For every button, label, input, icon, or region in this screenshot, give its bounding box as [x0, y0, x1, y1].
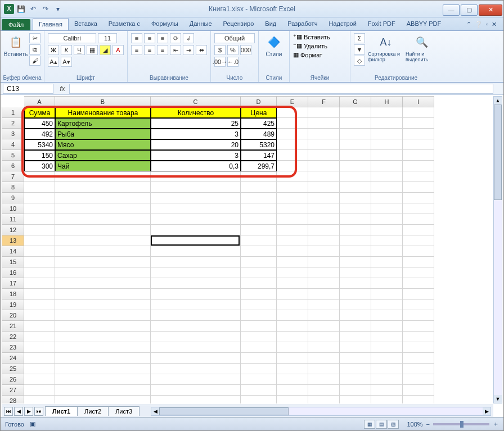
- cell[interactable]: [371, 182, 403, 193]
- cell[interactable]: Мясо: [55, 139, 151, 150]
- cell[interactable]: [241, 235, 277, 246]
- cell[interactable]: [403, 214, 434, 225]
- scroll-right-icon[interactable]: ▶: [483, 407, 490, 415]
- row-header[interactable]: 23: [2, 342, 24, 353]
- bold-button[interactable]: Ж: [48, 45, 59, 55]
- insert-cells-button[interactable]: ⁺▦: [293, 33, 302, 40]
- row-header[interactable]: 26: [2, 374, 24, 385]
- cell[interactable]: [241, 342, 277, 353]
- row-header[interactable]: 17: [2, 278, 24, 289]
- delete-cells-button[interactable]: ⁻▦: [293, 42, 302, 49]
- cell[interactable]: [24, 396, 55, 403]
- cell[interactable]: [403, 353, 434, 364]
- increase-indent-icon[interactable]: ⇥: [183, 45, 194, 55]
- view-layout-icon[interactable]: ▤: [376, 420, 387, 429]
- paste-button[interactable]: 📋 Вставить: [4, 33, 28, 81]
- vscroll-thumb[interactable]: [494, 105, 502, 200]
- align-right-icon[interactable]: ≡: [157, 45, 168, 55]
- tab-главная[interactable]: Главная: [33, 18, 69, 30]
- cell[interactable]: [403, 171, 434, 182]
- cell[interactable]: [403, 139, 434, 150]
- cell[interactable]: [340, 289, 371, 300]
- horizontal-scrollbar[interactable]: ◀ ▶: [151, 407, 491, 416]
- cell[interactable]: [241, 257, 277, 267]
- grow-font-icon[interactable]: A▴: [48, 57, 59, 67]
- zoom-in-button[interactable]: ＋: [493, 420, 499, 428]
- cell[interactable]: [308, 385, 340, 396]
- increase-decimal-icon[interactable]: .00→: [214, 57, 226, 67]
- inner-close-icon[interactable]: ✕: [492, 21, 497, 28]
- cell[interactable]: Цена: [241, 107, 277, 118]
- fill-icon[interactable]: ▼: [354, 44, 365, 55]
- cell[interactable]: [151, 364, 241, 374]
- cell[interactable]: [151, 321, 241, 332]
- cell[interactable]: [277, 342, 308, 353]
- cell[interactable]: [371, 310, 403, 321]
- cell[interactable]: [277, 267, 308, 278]
- cell[interactable]: [340, 257, 371, 267]
- cell[interactable]: 492: [24, 129, 55, 139]
- cell[interactable]: [340, 150, 371, 161]
- cell[interactable]: [24, 289, 55, 300]
- col-header-G[interactable]: G: [340, 96, 371, 107]
- cell[interactable]: [241, 267, 277, 278]
- percent-icon[interactable]: %: [227, 45, 238, 55]
- cell[interactable]: [55, 310, 151, 321]
- row-header[interactable]: 1: [2, 107, 24, 118]
- cell[interactable]: [277, 364, 308, 374]
- cell[interactable]: [308, 246, 340, 257]
- cell[interactable]: [371, 396, 403, 403]
- cell[interactable]: [340, 310, 371, 321]
- cell[interactable]: [308, 396, 340, 403]
- cell[interactable]: [55, 321, 151, 332]
- cell[interactable]: [340, 246, 371, 257]
- redo-icon[interactable]: ↷: [40, 3, 51, 15]
- font-color-button[interactable]: A: [112, 45, 124, 55]
- cell[interactable]: [151, 289, 241, 300]
- cell[interactable]: [24, 278, 55, 289]
- cell[interactable]: [151, 171, 241, 182]
- align-bottom-icon[interactable]: ≡: [157, 33, 168, 43]
- cell[interactable]: [151, 278, 241, 289]
- cell[interactable]: [151, 203, 241, 214]
- row-header[interactable]: 28: [2, 396, 24, 403]
- cell[interactable]: [308, 214, 340, 225]
- row-header[interactable]: 4: [2, 139, 24, 150]
- align-top-icon[interactable]: ≡: [131, 33, 142, 43]
- cell[interactable]: [371, 267, 403, 278]
- decrease-decimal-icon[interactable]: ←.0: [227, 57, 238, 67]
- cell[interactable]: 5320: [241, 139, 277, 150]
- cell[interactable]: [55, 171, 151, 182]
- col-header-E[interactable]: E: [277, 96, 308, 107]
- cell[interactable]: [403, 332, 434, 342]
- cell[interactable]: [403, 182, 434, 193]
- cell[interactable]: [55, 182, 151, 193]
- cell[interactable]: [340, 118, 371, 129]
- cell[interactable]: [277, 225, 308, 235]
- cell[interactable]: [403, 203, 434, 214]
- orientation-icon[interactable]: ⟳: [170, 33, 181, 43]
- cell[interactable]: [371, 118, 403, 129]
- name-box[interactable]: C13: [3, 84, 53, 94]
- cell[interactable]: [277, 310, 308, 321]
- col-header-D[interactable]: D: [241, 96, 277, 107]
- cell[interactable]: [308, 342, 340, 353]
- scroll-down-icon[interactable]: ▼: [494, 395, 502, 403]
- cell[interactable]: [340, 161, 371, 171]
- cell[interactable]: [241, 310, 277, 321]
- cell[interactable]: [151, 193, 241, 203]
- cell[interactable]: [308, 171, 340, 182]
- col-header-F[interactable]: F: [308, 96, 340, 107]
- cell[interactable]: [371, 171, 403, 182]
- number-format-select[interactable]: Общий: [214, 33, 255, 43]
- cell[interactable]: [340, 193, 371, 203]
- cell[interactable]: [241, 214, 277, 225]
- cell[interactable]: [277, 203, 308, 214]
- cell[interactable]: [403, 385, 434, 396]
- row-header[interactable]: 19: [2, 300, 24, 310]
- cell[interactable]: 3: [151, 129, 241, 139]
- cell[interactable]: [55, 353, 151, 364]
- comma-icon[interactable]: 000: [240, 45, 251, 55]
- cell[interactable]: [308, 161, 340, 171]
- cell[interactable]: 20: [151, 139, 241, 150]
